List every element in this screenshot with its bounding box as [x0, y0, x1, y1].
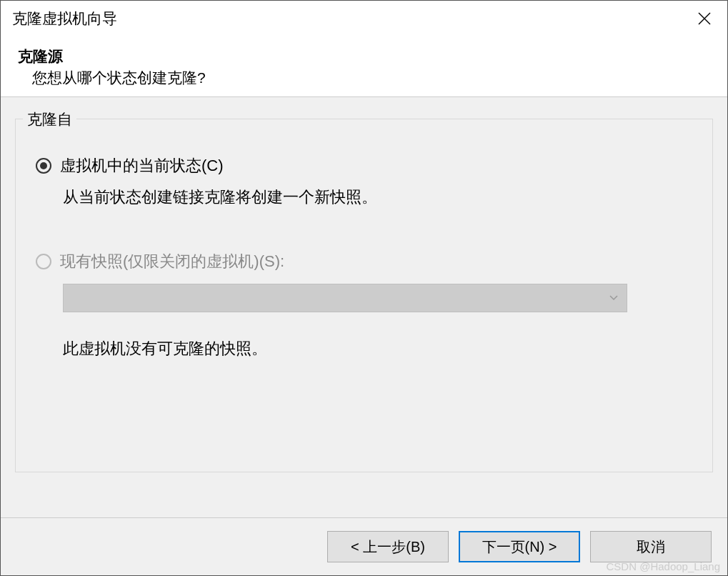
- clone-wizard-dialog: 克隆虚拟机向导 克隆源 您想从哪个状态创建克隆? 克隆自 虚拟机中的当前状态(C…: [0, 0, 728, 576]
- header-section: 克隆源 您想从哪个状态创建克隆?: [1, 36, 727, 97]
- next-button[interactable]: 下一页(N) >: [459, 531, 580, 562]
- header-subtitle: 您想从哪个状态创建克隆?: [32, 68, 713, 88]
- dialog-title: 克隆虚拟机向导: [12, 9, 117, 29]
- radio-dot-icon: [40, 162, 47, 169]
- close-icon: [698, 12, 711, 25]
- back-button[interactable]: < 上一步(B): [327, 531, 449, 562]
- radio-current-state[interactable]: 虚拟机中的当前状态(C): [36, 155, 692, 177]
- radio-icon: [36, 158, 51, 174]
- radio-current-label: 虚拟机中的当前状态(C): [60, 155, 224, 177]
- snapshot-combobox: [63, 284, 627, 312]
- cancel-button[interactable]: 取消: [590, 531, 712, 562]
- fieldset-legend: 克隆自: [23, 109, 76, 129]
- titlebar: 克隆虚拟机向导: [1, 1, 727, 36]
- radio-snapshot-label: 现有快照(仅限关闭的虚拟机)(S):: [60, 251, 284, 272]
- current-state-desc: 从当前状态创建链接克隆将创建一个新快照。: [63, 187, 692, 208]
- radio-icon: [36, 254, 51, 269]
- close-button[interactable]: [690, 4, 719, 33]
- footer: < 上一步(B) 下一页(N) > 取消: [1, 517, 727, 575]
- content-area: 克隆自 虚拟机中的当前状态(C) 从当前状态创建链接克隆将创建一个新快照。 现有…: [1, 97, 727, 517]
- snapshot-empty-msg: 此虚拟机没有可克隆的快照。: [63, 338, 692, 359]
- radio-snapshot: 现有快照(仅限关闭的虚拟机)(S):: [36, 251, 692, 272]
- clone-from-fieldset: 克隆自 虚拟机中的当前状态(C) 从当前状态创建链接克隆将创建一个新快照。 现有…: [15, 119, 713, 472]
- chevron-down-icon: [609, 295, 618, 301]
- header-title: 克隆源: [18, 46, 713, 66]
